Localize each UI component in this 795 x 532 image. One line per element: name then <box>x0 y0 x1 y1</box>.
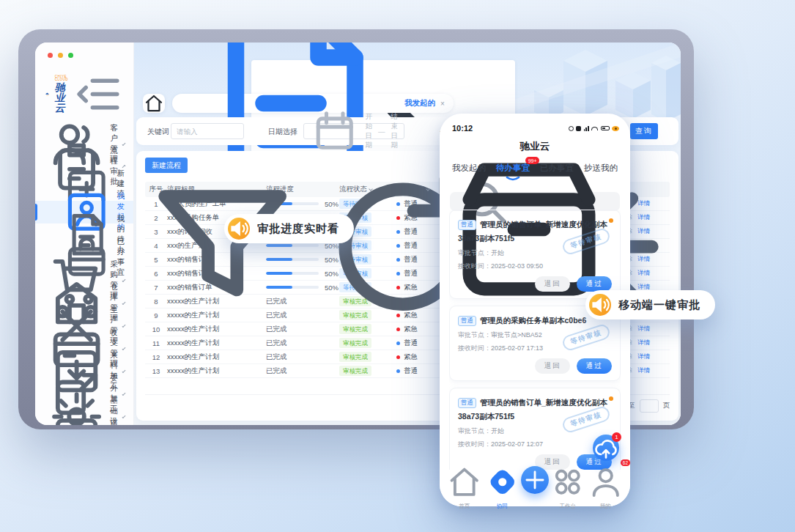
process-progress: 已完成 <box>266 366 339 376</box>
urgency-dot <box>396 369 400 373</box>
callout-text: 移动端一键审批 <box>618 298 700 312</box>
keyword-label: 关键词 <box>147 127 169 137</box>
speaker-icon <box>589 294 611 316</box>
card-actions: 退回 通过 <box>458 276 612 292</box>
time-label: 接收时间： <box>458 440 491 448</box>
phone-nav-item[interactable]: 我的 62 <box>587 463 625 510</box>
card-priority-tag: 普通 <box>458 220 476 230</box>
approve-button[interactable]: 通过 <box>577 276 612 292</box>
callout-approval-progress: 审批进度实时看 <box>224 214 354 243</box>
status-badge: 审核完成 <box>339 352 371 362</box>
app-status-icon <box>576 126 581 131</box>
page-label: 页 <box>663 401 670 410</box>
process-title: xxxxx的生产计划 <box>167 366 266 376</box>
phone-tab[interactable]: 已办事宜 <box>540 163 574 182</box>
detail-link[interactable]: 详情 <box>637 366 650 375</box>
calendar-icon <box>310 106 360 156</box>
cloud-upload-fab[interactable]: 1 <box>593 435 619 461</box>
unread-dot <box>609 218 613 223</box>
status-badge: 审核完成 <box>339 366 371 376</box>
home-tab-button[interactable] <box>143 94 165 113</box>
status-time: 10:12 <box>452 124 473 133</box>
row-index: 12 <box>145 353 167 361</box>
process-title: xxxxx的生产计划 <box>167 352 266 362</box>
filter-icon[interactable] <box>136 160 308 333</box>
progress-text: 已完成 <box>266 339 287 348</box>
wifi-icon <box>591 127 598 130</box>
phone-nav-badge: 62 <box>621 459 630 466</box>
chevron-icon <box>122 324 125 328</box>
card-node-row: 审批节点：开始 <box>458 426 612 436</box>
page-background: CHIYE CLOUD 驰业云 客户管理 <box>0 0 795 532</box>
alarm-icon <box>569 126 574 131</box>
date-end-placeholder: 结束日期 <box>391 112 399 150</box>
phone-nav-label: 工作台 <box>560 503 577 510</box>
date-range-picker[interactable]: 开始日期 — 结束日期 <box>303 123 404 139</box>
chevron-icon <box>122 301 125 305</box>
time-value: 2025-02-07 17:13 <box>491 344 543 352</box>
window-traffic-lights[interactable] <box>48 53 73 58</box>
date-start-placeholder: 开始日期 <box>366 112 373 150</box>
sidebar: CHIYE CLOUD 驰业云 客户管理 <box>35 43 134 425</box>
sidebar-collapse-icon[interactable] <box>73 67 126 121</box>
approval-card[interactable]: 普通管理员的销售订单_新增速度优化副本38a73副本751f5 等待审核 审批节… <box>449 210 621 299</box>
home-icon <box>143 92 165 114</box>
urgency-label: 普通 <box>404 366 418 376</box>
chevron-icon <box>122 392 125 396</box>
phone-nav-item[interactable]: 首页 <box>445 463 484 510</box>
card-time-row: 接收时间：2025-02-07 12:07 <box>458 440 612 449</box>
detail-link[interactable]: 详情 <box>637 352 650 361</box>
process-title: xxxxx的生产计划 <box>167 339 266 348</box>
time-label: 接收时间： <box>458 262 491 270</box>
minimize-window-button[interactable] <box>58 53 63 58</box>
phone-tab-label: 已办事宜 <box>540 163 574 174</box>
node-label: 审批节点： <box>458 427 491 435</box>
phone-nav-item[interactable]: 工作台 <box>549 463 587 510</box>
date-separator: — <box>378 128 385 136</box>
card-time-row: 接收时间：2025-02-07 17:13 <box>458 344 612 353</box>
phone-tab[interactable]: 我发起的 <box>452 163 486 182</box>
time-value: 2025-02-03 09:50 <box>491 262 543 270</box>
fab-badge: 1 <box>612 432 621 442</box>
phone-app-title: 驰业云 <box>440 140 630 153</box>
speaker-icon <box>228 218 250 240</box>
chevron-icon <box>122 415 125 418</box>
page-jump-input[interactable] <box>640 399 659 413</box>
approve-button[interactable]: 通过 <box>577 358 612 374</box>
eye-protect-icon <box>612 126 619 131</box>
status-icons <box>569 126 619 131</box>
maximize-window-button[interactable] <box>68 53 73 58</box>
phone-nav-icon <box>484 463 522 501</box>
keyword-input[interactable] <box>171 123 244 139</box>
card-priority-tag: 普通 <box>458 316 476 326</box>
phone-tab[interactable]: 待办事宜 99+ <box>496 163 530 182</box>
chevron-icon <box>122 278 125 282</box>
unread-dot <box>609 396 613 401</box>
approval-card-list: 普通管理员的销售订单_新增速度优化副本38a73副本751f5 等待审核 审批节… <box>449 210 621 470</box>
phone-nav-icon <box>445 463 484 501</box>
phone-tab-badge: 99+ <box>525 157 539 164</box>
close-window-button[interactable] <box>48 53 53 58</box>
card-time-row: 接收时间：2025-02-03 09:50 <box>458 262 612 271</box>
return-button[interactable]: 退回 <box>535 276 570 292</box>
progress-text: 已完成 <box>266 352 287 362</box>
phone-tab[interactable]: 抄送我的 <box>584 163 618 182</box>
time-value: 2025-02-07 12:07 <box>491 440 543 448</box>
return-button[interactable]: 退回 <box>535 358 570 374</box>
brand-cloud-icon <box>45 87 51 101</box>
detail-link[interactable]: 详情 <box>637 339 650 347</box>
card-title: 管理员的采购任务单副本c0be6 <box>480 316 586 325</box>
sidebar-item-icon <box>48 411 105 425</box>
node-label: 审批节点： <box>458 249 491 256</box>
tab-close-icon[interactable]: × <box>440 100 445 108</box>
callout-text: 审批进度实时看 <box>257 222 339 236</box>
phone-nav-icon <box>549 463 587 501</box>
time-label: 接收时间： <box>458 344 491 352</box>
row-index: 11 <box>145 339 167 347</box>
process-progress: 已完成 <box>266 339 339 348</box>
phone-nav-item[interactable]: 协同 <box>484 463 522 510</box>
phone-nav-item[interactable] <box>521 472 549 501</box>
card-actions: 退回 通过 <box>458 358 612 374</box>
phone-tab-label: 抄送我的 <box>584 163 618 174</box>
active-tab-underline <box>506 174 520 182</box>
